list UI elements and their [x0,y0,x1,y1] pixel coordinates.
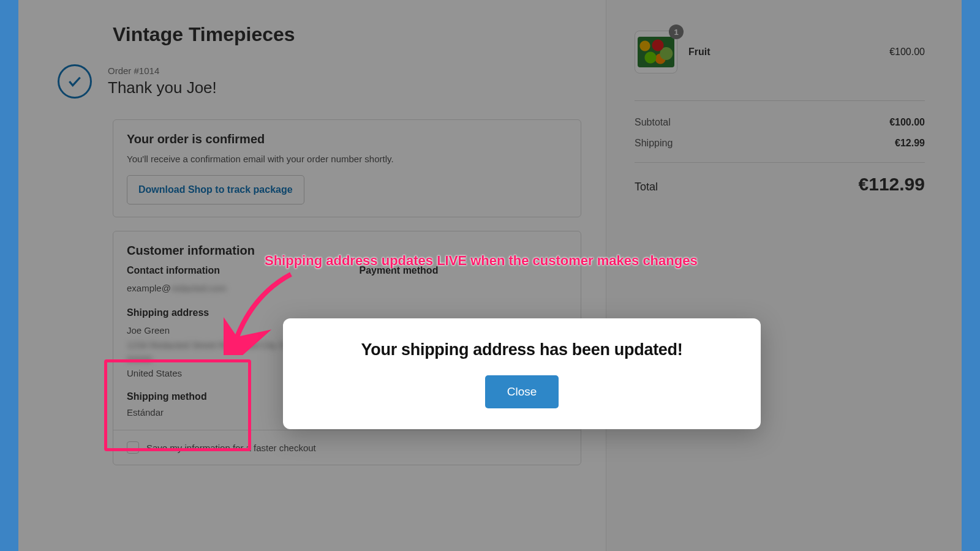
annotation-text: Shipping address updates LIVE when the c… [265,253,698,269]
app-stage: Vintage Timepieces Order #1014 Thank you… [18,0,962,551]
dim-overlay [18,0,962,551]
address-updated-modal: Your shipping address has been updated! … [283,318,761,429]
modal-title: Your shipping address has been updated! [301,340,742,359]
close-button[interactable]: Close [485,375,559,408]
